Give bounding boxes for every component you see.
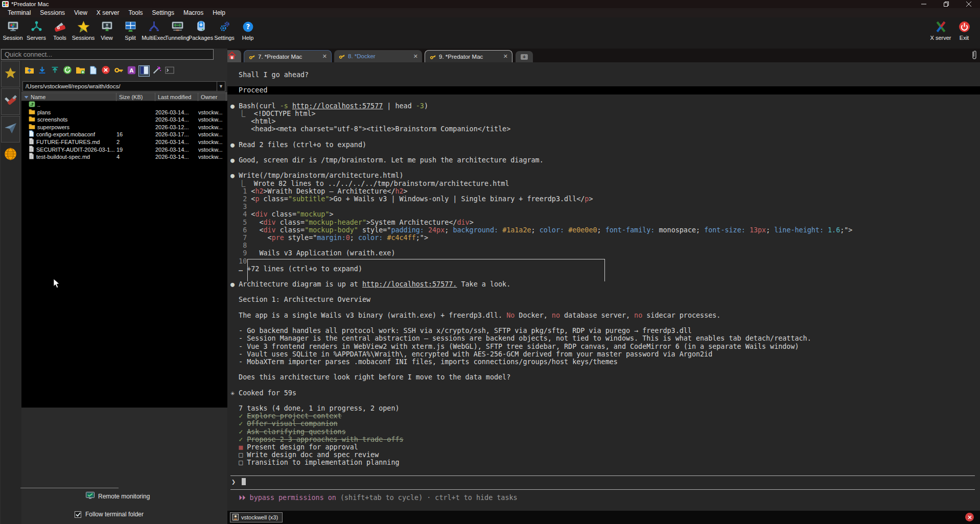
column-header-size[interactable]: Size (KB) (116, 93, 155, 101)
key-icon (248, 54, 255, 60)
menu-bar: TerminalSessionsViewX serverToolsSetting… (0, 8, 980, 17)
restore-icon[interactable] (935, 0, 958, 8)
toolbar-button-tunneling[interactable]: Tunneling (166, 17, 189, 47)
sftp-tool-folder-up[interactable] (24, 65, 35, 77)
sftp-tool-new-folder[interactable] (75, 65, 86, 77)
menu-item-settings[interactable]: Settings (148, 8, 179, 17)
session-tab-9[interactable]: 9. *Predator Mac✕ (425, 50, 512, 62)
file-name: test-buildout-spec.md (36, 153, 90, 161)
strip-button-globe[interactable] (1, 144, 20, 166)
file-size: 19 (116, 146, 155, 154)
sftp-tool-upload[interactable] (49, 65, 60, 77)
terminal-line: <head><meta charset="utf-8"><title>Brain… (230, 125, 975, 133)
toolbar-button-help[interactable]: ?Help (236, 17, 260, 47)
menu-item-sessions[interactable]: Sessions (35, 8, 69, 17)
sftp-tool-wand[interactable] (151, 65, 162, 77)
menu-item-help[interactable]: Help (208, 8, 230, 17)
strip-button-star[interactable] (1, 61, 20, 87)
sftp-tool-key[interactable] (113, 65, 124, 77)
strip-button-plane[interactable] (1, 116, 20, 142)
terminal-line: ✓ Explore project context (230, 412, 975, 420)
toolbar-button-servers[interactable]: Servers (25, 17, 48, 47)
file-row[interactable]: .. (21, 101, 227, 109)
session-chip[interactable]: vstockwell (x3) (230, 512, 283, 522)
folder-icon (29, 109, 35, 116)
tab-close-icon[interactable]: ✕ (322, 53, 327, 60)
file-row[interactable]: plans2026-03-14...vstockw... (21, 109, 227, 116)
window-title: *Predator Mac (11, 1, 49, 7)
plus-icon: + (521, 54, 528, 60)
follow-terminal-checkbox[interactable]: Follow terminal folder (75, 511, 144, 518)
close-terminal-button[interactable] (965, 513, 974, 521)
terminal[interactable]: Shall I go ahead? Proceed ● Bash(curl -s… (227, 62, 980, 511)
exit-icon (958, 20, 971, 33)
minimize-icon[interactable] (913, 0, 935, 8)
file-row[interactable]: test-buildout-spec.md42026-03-14...vstoc… (21, 153, 227, 161)
toolbar-button-tools[interactable]: Tools (48, 17, 72, 47)
toolbar-button-view[interactable]: View (95, 17, 119, 47)
menu-item-terminal[interactable]: Terminal (3, 8, 35, 17)
tab-close-icon[interactable]: ✕ (413, 53, 418, 60)
terminal-line: 9 Wails v3 Application (wraith.exe) (230, 249, 975, 257)
tab-close-icon[interactable]: ✕ (503, 53, 508, 60)
column-header-modified[interactable]: Last modified (155, 93, 198, 101)
session-tab-8[interactable]: 8. *Docker✕ (334, 50, 422, 62)
sftp-toolbar: A (21, 61, 227, 81)
terminal-line: … +72 lines (ctrl+o to expand) (230, 265, 975, 273)
file-row[interactable]: screenshots2026-03-14...vstockw... (21, 116, 227, 124)
file-owner: vstockw... (198, 124, 226, 131)
sftp-tool-new-file[interactable] (87, 65, 99, 77)
column-header-owner[interactable]: Owner (198, 93, 226, 101)
menu-item-x-server[interactable]: X server (92, 8, 124, 17)
sftp-tool-delete[interactable] (100, 65, 111, 77)
menu-item-macros[interactable]: Macros (179, 8, 208, 17)
terminal-line: 7 <pre style="margin:0; color: #c4c4ff;"… (230, 234, 975, 242)
terminal-line: ● Architecture diagram is up at http://l… (230, 280, 975, 288)
terminal-line (230, 273, 975, 280)
upload-icon (51, 66, 59, 77)
terminal-line (230, 288, 975, 296)
toolbar-button-exit[interactable]: Exit (952, 17, 976, 47)
toolbar-button-multiexec[interactable]: MultiExec (142, 17, 166, 47)
file-size: 2 (116, 138, 155, 146)
file-name-cell: .. (21, 101, 116, 109)
sftp-tool-panels[interactable] (138, 65, 150, 77)
chevron-down-icon[interactable]: ▼ (217, 82, 225, 91)
close-icon[interactable] (958, 0, 980, 8)
terminal-line: ● Write(/tmp/brainstorm/architecture.htm… (230, 172, 975, 179)
sftp-tool-terminal[interactable] (164, 65, 175, 77)
terminal-line: 5 <div class="mockup-header">System Arch… (230, 219, 975, 226)
session-tab-7[interactable]: 7. *Predator Mac✕ (244, 50, 332, 62)
toolbar-button-xserver[interactable]: X server (929, 17, 952, 47)
file-row[interactable]: SECURITY-AUDIT-2026-03-1...192026-03-14.… (21, 146, 227, 154)
prompt-row[interactable]: ❯ (230, 475, 975, 490)
path-bar[interactable]: /Users/vstockwell/repos/wraith/docs/ ▼ (22, 81, 225, 91)
globe-icon (4, 147, 17, 163)
home-icon (228, 52, 236, 61)
file-owner: vstockw... (198, 109, 226, 116)
new-tab-button[interactable]: + (516, 51, 533, 62)
toolbar-button-session[interactable]: Session (1, 17, 25, 47)
file-row[interactable]: config-export.mobaconf162026-03-17...vst… (21, 131, 227, 138)
toolbar-button-split[interactable]: Split (119, 17, 142, 47)
sftp-tool-refresh[interactable] (62, 65, 73, 77)
menu-item-view[interactable]: View (69, 8, 92, 17)
paperclip-icon[interactable] (971, 50, 978, 63)
column-header-name[interactable]: Name (21, 93, 116, 101)
menu-item-tools[interactable]: Tools (124, 8, 148, 17)
quick-connect-input[interactable] (1, 49, 214, 60)
sftp-tool-download[interactable] (36, 65, 48, 77)
toolbar-button-packages[interactable]: Packages (189, 17, 213, 47)
terminal-line: □ Transition to implementation planning (230, 459, 975, 466)
file-row[interactable]: FUTURE-FEATURES.md22026-03-14...vstockw.… (21, 138, 227, 146)
remote-monitoring-toggle[interactable]: Remote monitoring (86, 492, 150, 501)
file-row[interactable]: superpowers2026-03-12...vstockw... (21, 124, 227, 131)
strip-button-knife[interactable] (1, 88, 20, 115)
follow-terminal-label: Follow terminal folder (85, 511, 144, 518)
toolbar-button-settings[interactable]: Settings (213, 17, 236, 47)
terminal-line: 10 (230, 257, 975, 265)
sftp-tool-font[interactable]: A (126, 65, 137, 77)
wand-icon (152, 65, 161, 77)
checkbox-checked-icon[interactable] (75, 511, 81, 518)
toolbar-button-sessions[interactable]: Sessions (72, 17, 95, 47)
